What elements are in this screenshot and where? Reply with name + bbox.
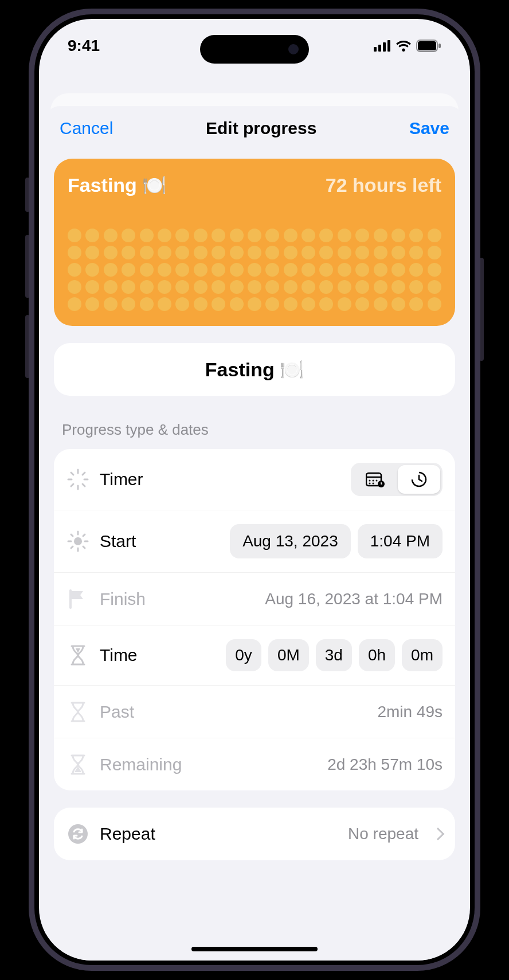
svg-line-30 (83, 546, 85, 548)
save-button[interactable]: Save (409, 119, 449, 138)
time-minutes[interactable]: 0m (402, 639, 443, 671)
finish-value: Aug 16, 2023 at 1:04 PM (265, 590, 443, 608)
section-label: Progress type & dates (62, 421, 449, 439)
time-years[interactable]: 0y (226, 639, 261, 671)
phone-frame: 9:41 Cancel Edit progress Save (29, 9, 480, 971)
row-start: Start Aug 13, 2023 1:04 PM (54, 510, 455, 572)
svg-line-12 (83, 484, 85, 486)
hero-title: Fasting 🍽️ (68, 174, 166, 196)
svg-point-18 (373, 480, 374, 482)
start-date-picker[interactable]: Aug 13, 2023 (230, 524, 351, 558)
row-remaining: Remaining 2d 23h 57m 10s (54, 738, 455, 790)
time-hours[interactable]: 0h (359, 639, 395, 671)
camera-dot (288, 44, 299, 54)
time-label: Time (100, 646, 216, 665)
start-time-picker[interactable]: 1:04 PM (358, 524, 443, 558)
svg-point-33 (68, 824, 88, 844)
timer-label: Timer (100, 470, 340, 489)
svg-point-20 (369, 483, 371, 485)
name-input[interactable]: Fasting 🍽️ (54, 343, 455, 396)
sun-icon (66, 530, 89, 553)
cellular-icon (374, 40, 391, 52)
past-label: Past (100, 702, 367, 722)
svg-line-32 (71, 546, 73, 548)
svg-rect-1 (378, 45, 381, 52)
hourglass-remaining-icon (66, 753, 89, 776)
repeat-label: Repeat (100, 824, 338, 844)
time-months[interactable]: 0M (268, 639, 309, 671)
finish-label: Finish (100, 589, 254, 609)
remaining-label: Remaining (100, 755, 317, 774)
cancel-button[interactable]: Cancel (60, 119, 113, 138)
row-past: Past 2min 49s (54, 685, 455, 738)
battery-icon (416, 40, 441, 52)
modal-sheet: Cancel Edit progress Save Fasting 🍽️ 72 … (44, 106, 465, 961)
nav-bar: Cancel Edit progress Save (44, 106, 465, 151)
row-repeat[interactable]: Repeat No repeat (54, 808, 455, 860)
svg-rect-0 (374, 47, 377, 52)
page-title: Edit progress (113, 119, 409, 138)
svg-point-21 (373, 483, 374, 485)
hero-card: Fasting 🍽️ 72 hours left (54, 159, 455, 326)
svg-line-13 (83, 473, 85, 475)
chevron-right-icon (432, 828, 445, 841)
past-value: 2min 49s (377, 703, 443, 721)
timer-icon (66, 468, 89, 491)
seg-date-option[interactable] (353, 465, 398, 494)
flag-icon (66, 588, 89, 611)
svg-rect-3 (387, 40, 390, 52)
seg-timer-option[interactable] (398, 465, 440, 494)
home-indicator[interactable] (191, 947, 318, 951)
repeat-group: Repeat No repeat (54, 808, 455, 860)
hourglass-past-icon (66, 700, 89, 723)
svg-point-24 (74, 537, 82, 545)
svg-rect-5 (418, 41, 436, 50)
start-label: Start (100, 532, 220, 551)
name-value: Fasting 🍽️ (205, 359, 304, 380)
svg-point-17 (369, 480, 371, 482)
svg-line-29 (71, 534, 73, 536)
dynamic-island (200, 35, 309, 64)
svg-line-11 (71, 473, 73, 475)
svg-line-31 (83, 534, 85, 536)
repeat-icon (66, 822, 89, 845)
remaining-value: 2d 23h 57m 10s (327, 755, 443, 774)
svg-point-19 (376, 480, 378, 482)
row-timer: Timer (54, 449, 455, 510)
wifi-icon (396, 40, 412, 52)
progress-group: Timer (54, 449, 455, 790)
repeat-value: No repeat (348, 825, 418, 843)
svg-rect-2 (383, 42, 386, 52)
status-time: 9:41 (68, 37, 100, 55)
hero-subtitle: 72 hours left (326, 174, 441, 196)
hourglass-icon (66, 644, 89, 667)
row-finish: Finish Aug 16, 2023 at 1:04 PM (54, 572, 455, 625)
type-segmented-control[interactable] (351, 463, 443, 496)
time-days[interactable]: 3d (316, 639, 352, 671)
svg-line-14 (71, 484, 73, 486)
row-time: Time 0y 0M 3d 0h 0m (54, 625, 455, 685)
screen: 9:41 Cancel Edit progress Save (39, 19, 470, 961)
svg-rect-6 (438, 44, 441, 48)
progress-dot-grid (68, 229, 441, 311)
